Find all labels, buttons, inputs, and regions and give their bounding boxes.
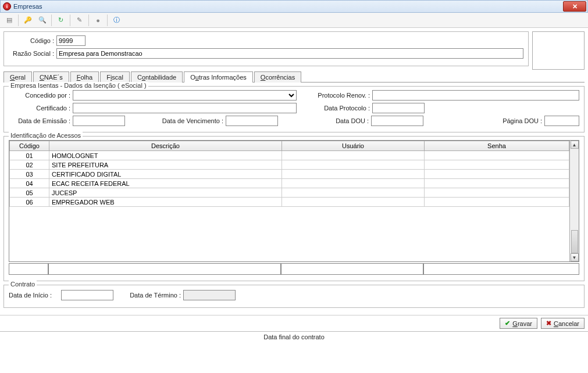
concedido-select[interactable] <box>73 90 297 101</box>
table-row[interactable]: 05JUCESP <box>10 188 569 198</box>
isentas-fieldset: Empresa Isentas - Dados da Isenção ( eSo… <box>3 86 585 132</box>
col-header-senha[interactable]: Senha <box>425 141 569 151</box>
status-bar: Data final do contrato <box>0 331 588 342</box>
data-emissao-label: Data de Emissão : <box>9 117 73 124</box>
scroll-down-icon[interactable]: ▼ <box>571 253 579 261</box>
protocolo-renov-input[interactable] <box>372 90 579 101</box>
certificado-input[interactable] <box>73 103 297 113</box>
cell-usuario <box>282 160 425 170</box>
cell-codigo: 05 <box>10 188 49 198</box>
app-icon: i <box>3 2 11 10</box>
cell-usuario <box>282 198 425 207</box>
data-protocolo-label: Data Protocolo : <box>297 105 372 112</box>
toolbar-btn-2[interactable]: 🔑 <box>21 14 34 27</box>
cell-codigo: 06 <box>10 198 49 207</box>
close-icon: ✕ <box>572 3 578 10</box>
brush-icon: ✎ <box>77 16 82 24</box>
tab-outras-informacoes[interactable]: Outras Informações <box>184 71 253 83</box>
edit-descricao[interactable] <box>48 263 281 275</box>
table-row[interactable]: 02SITE PREFEITURA <box>10 160 569 170</box>
table-row[interactable]: 03CERTIFICADO DIGITAL <box>10 170 569 179</box>
pagina-dou-input[interactable] <box>544 116 579 126</box>
table-row[interactable]: 04ECAC RECEITA FEDERAL <box>10 179 569 188</box>
cell-senha <box>425 198 569 207</box>
cell-senha <box>425 188 569 198</box>
window-title: Empresas <box>13 3 42 10</box>
record-icon: ● <box>96 17 100 24</box>
titlebar: i Empresas ✕ <box>0 0 588 13</box>
data-protocolo-input[interactable] <box>372 103 425 113</box>
company-picture[interactable] <box>532 31 585 70</box>
grid-scrollbar[interactable]: ▲ ▼ <box>569 141 579 261</box>
col-header-descricao[interactable]: Descrição <box>49 141 282 151</box>
info-icon: ⓘ <box>113 16 120 24</box>
isentas-legend: Empresa Isentas - Dados da Isenção ( eSo… <box>9 82 148 89</box>
data-inicio-input[interactable] <box>61 290 113 300</box>
pagina-dou-label: Página DOU : <box>423 117 544 124</box>
cell-senha <box>425 160 569 170</box>
toolbar-sep <box>70 15 70 26</box>
cancelar-button[interactable]: ✖ Cancelar <box>541 318 585 329</box>
toolbar-btn-6[interactable]: ● <box>91 14 105 27</box>
protocolo-renov-label: Protocolo Renov. : <box>297 92 372 99</box>
toolbar-btn-5[interactable]: ✎ <box>73 14 86 27</box>
toolbar-sep <box>51 15 52 26</box>
tab-contabilidade[interactable]: Contabilidade <box>131 71 183 83</box>
cell-descricao: CERTIFICADO DIGITAL <box>49 170 282 179</box>
tab-fiscal[interactable]: Fiscal <box>100 71 130 83</box>
col-header-codigo[interactable]: Código <box>10 141 49 151</box>
data-venc-input[interactable] <box>226 116 278 126</box>
cell-descricao: ECAC RECEITA FEDERAL <box>49 179 282 188</box>
header-fieldset: Código : Razão Social : <box>3 31 529 66</box>
edit-codigo[interactable] <box>9 263 48 275</box>
tab-geral[interactable]: GGeraleral <box>3 71 32 83</box>
edit-usuario[interactable] <box>281 263 423 275</box>
cell-senha <box>425 179 569 188</box>
status-text: Data final do contrato <box>263 333 325 340</box>
tabs: GGeraleral CNAE´s Folha Fiscal Contabili… <box>3 71 585 83</box>
tab-ocorrencias[interactable]: Ocorrências <box>254 71 301 83</box>
toolbar-btn-7[interactable]: ⓘ <box>110 14 123 27</box>
data-venc-label: Data de Vencimento : <box>125 117 226 124</box>
key-icon: 🔑 <box>24 16 32 24</box>
data-dou-input[interactable] <box>371 116 423 126</box>
cell-usuario <box>282 179 425 188</box>
search-icon: 🔍 <box>38 16 47 24</box>
data-dou-label: Data DOU : <box>278 117 371 124</box>
cell-descricao: HOMOLOGNET <box>49 151 282 160</box>
cancel-icon: ✖ <box>546 320 551 327</box>
toolbar-btn-3[interactable]: 🔍 <box>35 14 49 27</box>
codigo-input[interactable] <box>56 35 85 46</box>
data-termino-input[interactable] <box>183 290 236 300</box>
cell-usuario <box>282 170 425 179</box>
tab-cnaes[interactable]: CNAE´s <box>33 71 69 83</box>
acessos-legend: Identificação de Acessos <box>9 132 83 139</box>
toolbar-btn-1[interactable]: ▤ <box>2 14 16 27</box>
cell-descricao: SITE PREFEITURA <box>49 160 282 170</box>
toolbar-sep <box>18 15 19 26</box>
cell-codigo: 04 <box>10 179 49 188</box>
data-emissao-input[interactable] <box>73 116 125 126</box>
acessos-grid[interactable]: Código Descrição Usuário Senha 01HOMOLOG… <box>9 140 579 262</box>
toolbar-btn-4[interactable]: ↻ <box>54 14 67 27</box>
cell-codigo: 02 <box>10 160 49 170</box>
tab-folha[interactable]: Folha <box>70 71 99 83</box>
table-row[interactable]: 06EMPREGADOR WEB <box>10 198 569 207</box>
button-bar: ✔ Gravar ✖ Cancelar <box>0 315 588 331</box>
cell-codigo: 01 <box>10 151 49 160</box>
scroll-thumb[interactable] <box>571 230 578 253</box>
toolbar: ▤ 🔑 🔍 ↻ ✎ ● ⓘ <box>0 13 588 28</box>
table-row[interactable]: 01HOMOLOGNET <box>10 151 569 160</box>
contrato-legend: Contrato <box>9 281 37 288</box>
close-button[interactable]: ✕ <box>563 1 586 12</box>
toolbar-sep <box>107 15 108 26</box>
content: Código : Razão Social : GGeraleral CNAE´… <box>0 28 588 315</box>
cell-usuario <box>282 188 425 198</box>
col-header-usuario[interactable]: Usuário <box>282 141 425 151</box>
edit-senha[interactable] <box>423 263 579 275</box>
scroll-up-icon[interactable]: ▲ <box>571 141 579 149</box>
refresh-icon: ↻ <box>58 16 63 24</box>
certificado-label: Certificado : <box>9 105 73 112</box>
razao-input[interactable] <box>56 48 523 59</box>
gravar-button[interactable]: ✔ Gravar <box>500 318 537 329</box>
